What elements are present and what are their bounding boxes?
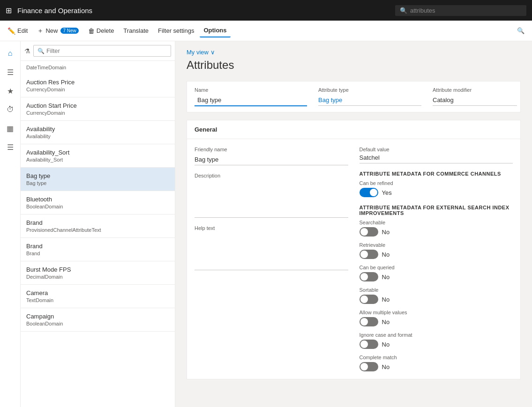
list-item[interactable]: Burst Mode FPS DecimalDomain [21, 261, 175, 285]
list-item[interactable]: Availability_Sort Availability_Sort [21, 144, 175, 168]
allow-multiple-values-toggle[interactable] [360, 317, 378, 326]
can-be-queried-value: No [382, 274, 390, 281]
attr-type-value[interactable]: Bag type [318, 95, 421, 106]
searchable-control: No [360, 227, 513, 237]
list-item[interactable]: Campaign BooleanDomain [21, 308, 175, 332]
list-item[interactable]: Brand ProvisionedChannelAttributeText [21, 215, 175, 238]
ignore-case-toggle[interactable] [360, 340, 378, 349]
description-field: Description [195, 173, 348, 218]
detail-panel: My view ∨ Attributes Name Bag type Attri… [175, 41, 532, 407]
search-input[interactable] [410, 7, 522, 14]
filter-settings-button[interactable]: Filter settings [154, 24, 198, 37]
command-bar: ✏️ Edit ＋ New 7 New 🗑 Delete Translate F… [0, 21, 532, 41]
list-item[interactable]: Availability Availability [21, 121, 175, 144]
filter-input[interactable] [46, 47, 167, 54]
searchable-label: Searchable [360, 220, 513, 225]
delete-icon: 🗑 [88, 27, 95, 35]
commerce-metadata-block: ATTRIBUTE METADATA FOR COMMERCE CHANNELS… [360, 171, 513, 197]
view-selector[interactable]: My view ∨ [187, 49, 521, 56]
ignore-case-value: No [382, 341, 390, 348]
search-button[interactable]: 🔍 [513, 24, 528, 37]
allow-multiple-values-toggle-item: Allow multiple values No [360, 310, 513, 326]
help-text-input[interactable] [195, 233, 348, 270]
friendly-name-input[interactable] [195, 154, 348, 165]
can-be-queried-control: No [360, 272, 513, 281]
edit-button[interactable]: ✏️ Edit [4, 24, 31, 37]
retrievable-label: Retrievable [360, 242, 513, 248]
grid-icon[interactable]: ⊞ [6, 6, 12, 15]
search-cmd-icon: 🔍 [517, 27, 525, 34]
page-title: Attributes [187, 59, 521, 72]
sidebar-icon-favorites[interactable]: ★ [2, 82, 19, 99]
retrievable-control: No [360, 250, 513, 259]
new-icon: ＋ [37, 27, 44, 35]
delete-button[interactable]: 🗑 Delete [84, 24, 118, 37]
sidebar-icon-workspaces[interactable]: ▦ [2, 120, 19, 137]
list-header-datetime: DateTimeDomain [21, 61, 175, 74]
attr-modifier-value[interactable]: Catalog [433, 95, 517, 106]
filter-icon[interactable]: ⚗ [24, 47, 30, 55]
filter-search-icon: 🔍 [37, 48, 45, 54]
sortable-toggle-item: Sortable No [360, 287, 513, 304]
complete-match-toggle[interactable] [360, 362, 378, 371]
searchable-toggle[interactable] [360, 227, 378, 237]
list-item[interactable]: Auction Start Price CurrencyDomain [21, 97, 175, 121]
retrievable-toggle[interactable] [360, 250, 378, 259]
search-icon: 🔍 [400, 7, 407, 14]
default-value-label: Default value [360, 147, 513, 152]
can-be-queried-toggle[interactable] [360, 272, 378, 281]
list-item[interactable]: Auction Res Price CurrencyDomain [21, 74, 175, 97]
can-be-queried-toggle-item: Can be queried No [360, 265, 513, 281]
can-be-refined-toggle[interactable] [360, 188, 378, 197]
list-item-bag-type[interactable]: Bag type Bag type [21, 168, 175, 191]
sortable-label: Sortable [360, 287, 513, 293]
sidebar-icon-modules[interactable]: ☰ [2, 139, 19, 155]
options-button[interactable]: Options [200, 24, 230, 37]
list-item-brand-2[interactable]: Brand Brand [21, 238, 175, 261]
name-field-group: Name Bag type [195, 87, 307, 106]
description-label: Description [195, 173, 348, 178]
searchable-value: No [382, 229, 390, 236]
sidebar-icon-recent[interactable]: ⏱ [2, 101, 19, 118]
allow-multiple-values-label: Allow multiple values [360, 310, 513, 315]
list-filter-bar: ⚗ 🔍 [21, 41, 175, 61]
search-toggles: Searchable No Retrievable [360, 220, 513, 371]
can-be-refined-toggle-item: Can be refined Yes [360, 180, 513, 197]
list-items: DateTimeDomain Auction Res Price Currenc… [21, 61, 175, 407]
allow-multiple-values-value: No [382, 318, 390, 326]
description-input[interactable] [195, 180, 348, 218]
new-button[interactable]: ＋ New 7 New [33, 24, 82, 38]
edit-icon: ✏️ [7, 27, 15, 35]
allow-multiple-values-control: No [360, 317, 513, 326]
default-value-field: Default value [360, 147, 513, 163]
sidebar-icon-home[interactable]: ☰ [2, 64, 19, 81]
list-item[interactable]: Bluetooth BooleanDomain [21, 191, 175, 215]
name-value[interactable]: Bag type [195, 95, 307, 106]
can-be-queried-label: Can be queried [360, 265, 513, 270]
top-fields: Name Bag type Attribute type Bag type At… [187, 81, 521, 112]
complete-match-value: No [382, 363, 390, 370]
filter-input-wrapper[interactable]: 🔍 [33, 45, 171, 57]
complete-match-control: No [360, 362, 513, 371]
attr-modifier-field-group: Attribute modifier Catalog [433, 87, 517, 106]
general-section-header[interactable]: General [187, 120, 520, 139]
default-value-input[interactable] [360, 152, 513, 163]
list-item[interactable]: Camera TextDomain [21, 285, 175, 308]
sidebar-icon-filter[interactable]: ⌂ [2, 45, 19, 62]
translate-button[interactable]: Translate [120, 24, 152, 37]
ignore-case-label: Ignore case and format [360, 332, 513, 338]
can-be-refined-control: Yes [360, 188, 513, 197]
commerce-metadata-heading: ATTRIBUTE METADATA FOR COMMERCE CHANNELS [360, 171, 513, 177]
app-title: Finance and Operations [17, 7, 390, 15]
retrievable-value: No [382, 251, 390, 258]
search-metadata-block: ATTRIBUTE METADATA FOR EXTERNAL SEARCH I… [360, 205, 513, 371]
friendly-name-field: Friendly name [195, 147, 348, 165]
metadata-section: Default value ATTRIBUTE METADATA FOR COM… [360, 147, 513, 371]
global-search[interactable]: 🔍 [395, 5, 526, 16]
can-be-refined-label: Can be refined [360, 180, 513, 186]
sortable-toggle[interactable] [360, 295, 378, 304]
searchable-toggle-item: Searchable No [360, 220, 513, 237]
ignore-case-toggle-item: Ignore case and format No [360, 332, 513, 349]
top-navbar: ⊞ Finance and Operations 🔍 [0, 0, 532, 21]
complete-match-label: Complete match [360, 355, 513, 360]
